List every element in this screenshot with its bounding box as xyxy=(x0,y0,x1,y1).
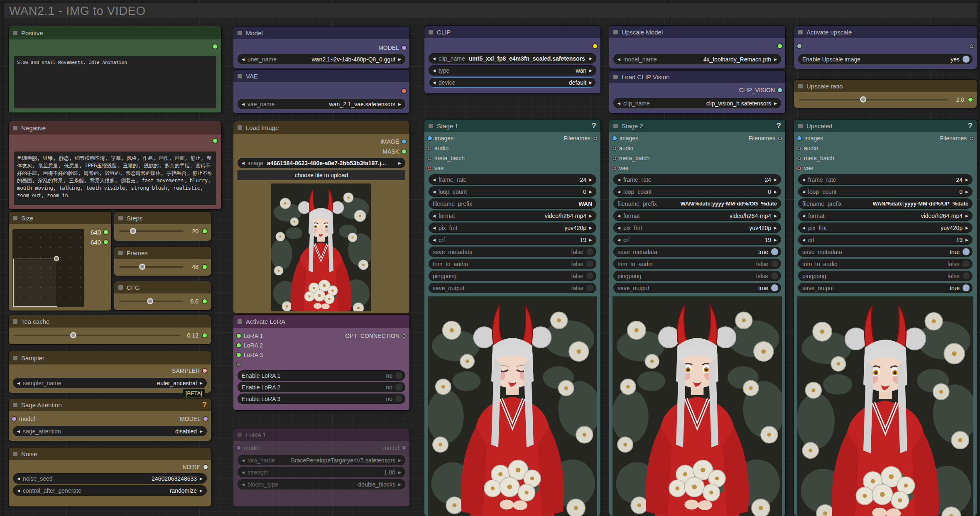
collapse-icon[interactable] xyxy=(13,126,17,130)
collapse-icon[interactable] xyxy=(429,124,433,128)
node-size[interactable]: Size 640 640 xyxy=(9,212,111,311)
prev-arrow-icon[interactable]: ◀ xyxy=(17,477,20,481)
vae-input-dot[interactable] xyxy=(797,166,801,170)
prev-arrow-icon[interactable]: ◀ xyxy=(242,482,245,487)
prev-arrow-icon[interactable]: ◀ xyxy=(242,470,245,474)
toggle-dot[interactable] xyxy=(395,384,402,391)
next-arrow-icon[interactable]: ▶ xyxy=(774,178,777,182)
next-arrow-icon[interactable]: ▶ xyxy=(965,238,968,242)
collapse-icon[interactable] xyxy=(238,74,242,78)
toggle-enable-lora-1[interactable]: Enable LoRA 1 no xyxy=(238,370,405,381)
images-input-dot[interactable] xyxy=(797,136,801,140)
sampler-output-dot[interactable] xyxy=(203,369,207,373)
collapse-icon[interactable] xyxy=(238,319,242,324)
toggle-dot[interactable] xyxy=(771,284,778,291)
node-clip[interactable]: CLIP ◀ clip_name umt5_xxl_fp8_e4m3fn_sca… xyxy=(424,26,600,93)
lora3-input-dot[interactable] xyxy=(237,353,241,357)
node-activate-lora[interactable]: Activate LoRA LoRA 1 LoRA 2 LoRA 3 OPT_C… xyxy=(233,315,409,410)
node-lora-1-bypassed[interactable]: LoRA 1 model model ◀ lora_name GracePene… xyxy=(233,428,409,506)
negative-prompt-textarea[interactable]: 色调艳丽, 过曝, 静态, 细节模糊不清, 字幕, 风格, 作品, 画作, 画面… xyxy=(14,152,216,205)
next-arrow-icon[interactable]: ▶ xyxy=(398,102,401,106)
node-sampler[interactable]: Sampler SAMPLER ◀ sampler_name euler_anc… xyxy=(9,351,211,393)
widget-clip-name[interactable]: ◀ clip_name clip_vision_h.safetensors ▶ xyxy=(613,98,781,108)
toggle-pingpong[interactable]: pingpongfalse xyxy=(798,271,973,281)
prev-arrow-icon[interactable]: ◀ xyxy=(617,178,620,182)
collapse-icon[interactable] xyxy=(13,356,17,360)
upscale-model-output-dot[interactable] xyxy=(778,44,782,48)
prev-arrow-icon[interactable]: ◀ xyxy=(617,214,620,218)
widget-device[interactable]: ◀ device default ▶ xyxy=(429,77,596,88)
next-arrow-icon[interactable]: ▶ xyxy=(398,161,401,165)
frames-output-dot[interactable] xyxy=(203,265,207,269)
toggle-dot[interactable] xyxy=(963,248,970,255)
prev-arrow-icon[interactable]: ◀ xyxy=(433,190,436,194)
node-frames[interactable]: Frames 48 xyxy=(114,247,211,276)
collapse-icon[interactable] xyxy=(238,433,242,437)
prev-arrow-icon[interactable]: ◀ xyxy=(17,429,20,433)
widget-type[interactable]: ◀ type wan ▶ xyxy=(429,65,596,76)
steps-slider[interactable]: 20 xyxy=(119,226,207,237)
prev-arrow-icon[interactable]: ◀ xyxy=(802,238,805,242)
node-stage-1[interactable]: Stage 1? images Filenames audio meta_bat… xyxy=(424,120,600,516)
slider-track[interactable] xyxy=(14,335,180,336)
slider-track[interactable] xyxy=(119,230,184,232)
prev-arrow-icon[interactable]: ◀ xyxy=(617,190,620,194)
node-negative[interactable]: Negative 色调艳丽, 过曝, 静态, 细节模糊不清, 字幕, 风格, 作… xyxy=(9,121,221,209)
toggle-dot[interactable] xyxy=(963,56,970,63)
meta-batch-input-dot[interactable] xyxy=(797,157,801,160)
next-arrow-icon[interactable]: ▶ xyxy=(589,81,592,85)
toggle-dot[interactable] xyxy=(771,260,778,267)
collapse-icon[interactable] xyxy=(13,452,17,456)
node-steps[interactable]: Steps 20 xyxy=(114,212,211,241)
toggle-trim-to-audio[interactable]: trim_to_audiofalse xyxy=(429,259,596,269)
next-arrow-icon[interactable]: ▶ xyxy=(589,56,592,61)
widget-unet-name[interactable]: ◀ unet_name wan2.1-i2v-14b-480p-Q8_0.ggu… xyxy=(238,54,405,64)
model-output-dot[interactable] xyxy=(402,46,406,50)
next-arrow-icon[interactable]: ▶ xyxy=(589,226,592,230)
mask-output-dot[interactable] xyxy=(402,149,406,154)
meta-batch-input-dot[interactable] xyxy=(428,157,431,160)
widget-crf[interactable]: ◀crf19▶ xyxy=(429,235,596,245)
tea-cache-slider[interactable]: 0.12 xyxy=(14,330,207,341)
node-load-image[interactable]: Load Image IMAGE MASK ◀ image a4661584-8… xyxy=(233,121,409,313)
widget-image[interactable]: ◀ image a4661584-8623-480e-a0e7-2bb53b3f… xyxy=(238,158,405,168)
toggle-save-output[interactable]: save_outputfalse xyxy=(429,283,596,293)
next-arrow-icon[interactable]: ▶ xyxy=(398,470,401,474)
slider-knob[interactable] xyxy=(147,298,153,304)
toggle-dot[interactable] xyxy=(771,248,778,255)
slider-track[interactable] xyxy=(119,301,183,302)
widget-crf[interactable]: ◀crf19▶ xyxy=(798,235,973,245)
widget-pix-fmt[interactable]: ◀pix_fmtyuv420p▶ xyxy=(429,223,596,233)
toggle-dot[interactable] xyxy=(963,284,970,291)
vae-output-dot[interactable] xyxy=(402,89,406,93)
next-arrow-icon[interactable]: ▶ xyxy=(589,238,592,242)
next-arrow-icon[interactable]: ▶ xyxy=(965,226,968,230)
collapse-icon[interactable] xyxy=(238,125,242,130)
node-sage-attention[interactable]: Sage Attention? model MODEL ◀ sage_atten… xyxy=(9,399,211,441)
widget-frame-rate[interactable]: ◀frame_rate24▶ xyxy=(613,174,781,185)
widget-strength[interactable]: ◀ strength 1.00 ▶ xyxy=(238,467,405,477)
cfg-output-dot[interactable] xyxy=(203,299,207,303)
node-noise[interactable]: Noise NOISE ◀ noise_seed 24602063248633 … xyxy=(9,448,211,506)
conditioning-output-dot[interactable] xyxy=(213,139,217,143)
collapse-icon[interactable] xyxy=(613,75,618,79)
size-drag-handle[interactable] xyxy=(54,256,59,262)
prev-arrow-icon[interactable]: ◀ xyxy=(433,238,436,242)
widget-format[interactable]: ◀formatvideo/h264-mp4▶ xyxy=(429,210,596,221)
slider-knob[interactable] xyxy=(139,264,145,270)
collapse-icon[interactable] xyxy=(798,84,803,88)
collapse-icon[interactable] xyxy=(118,285,123,290)
toggle-save-output[interactable]: save_outputtrue xyxy=(613,283,781,293)
lora2-input-dot[interactable] xyxy=(237,343,241,347)
tea-cache-output-dot[interactable] xyxy=(203,333,207,337)
prev-arrow-icon[interactable]: ◀ xyxy=(17,489,20,493)
widget-control-after-generate[interactable]: ◀ control_after_generate randomize ▶ xyxy=(13,485,207,496)
widget-frame-rate[interactable]: ◀frame_rate24▶ xyxy=(429,174,596,185)
toggle-enable-lora-2[interactable]: Enable LoRA 2 no xyxy=(238,382,405,392)
toggle-dot[interactable] xyxy=(771,272,778,279)
widget-filename-prefix[interactable]: filename_prefixWAN xyxy=(429,198,596,209)
slider-track[interactable] xyxy=(119,266,184,268)
toggle-dot[interactable] xyxy=(963,260,970,267)
widget-blocks-type[interactable]: ◀ blocks_type double_blocks ▶ xyxy=(238,479,405,489)
next-arrow-icon[interactable]: ▶ xyxy=(774,57,777,61)
